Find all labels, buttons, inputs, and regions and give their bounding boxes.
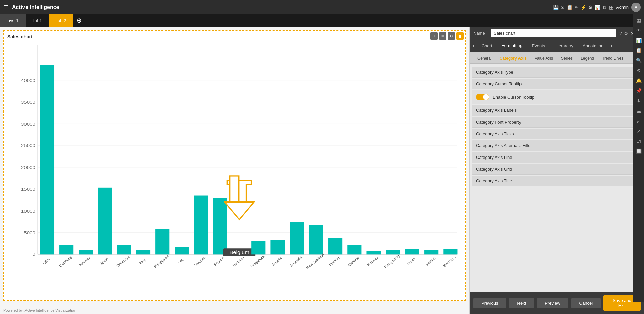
bar-canada[interactable] (347, 245, 361, 254)
name-input[interactable] (491, 29, 616, 37)
copy-icon[interactable]: 📋 (567, 5, 573, 10)
chart-title: Sales chart (7, 34, 462, 39)
rt-icon-1[interactable]: ▦ (635, 16, 643, 24)
bar-australia[interactable] (290, 222, 304, 254)
tab-next-arrow[interactable]: › (608, 40, 615, 52)
edit-icon[interactable]: ✏ (575, 5, 579, 10)
subtab-value-axis[interactable]: Value Axis (531, 54, 557, 63)
filter-icon[interactable]: ⚡ (581, 5, 586, 10)
svg-text:Finland: Finland (328, 256, 341, 267)
chart-edit-btn[interactable]: ✏ (439, 32, 446, 40)
bar-spain[interactable] (98, 188, 112, 255)
help-icon[interactable]: ? (619, 31, 622, 36)
bar-newzealand[interactable] (309, 225, 323, 254)
monitor-icon[interactable]: 🖥 (602, 5, 607, 10)
section-category-axis-line[interactable]: Category Axis Line ▲ (472, 152, 642, 163)
rt-icon-8[interactable]: 📌 (635, 87, 643, 95)
bar-japan[interactable] (405, 249, 419, 254)
rt-icon-13[interactable]: 🗂 (635, 137, 643, 145)
tab-tab1[interactable]: Tab1 (26, 14, 49, 27)
bar-hongkong[interactable] (386, 250, 400, 255)
svg-text:Denmark: Denmark (116, 255, 131, 268)
rt-icon-6[interactable]: ⚙ (635, 66, 643, 75)
toggle-knob (483, 94, 489, 100)
bar-denmark[interactable] (117, 245, 131, 254)
rt-icon-9[interactable]: ⬇ (635, 97, 643, 105)
svg-text:Canada: Canada (347, 256, 360, 267)
bar-austria[interactable] (270, 240, 285, 254)
bar-france[interactable] (213, 198, 227, 255)
table-icon[interactable]: 📊 (595, 5, 600, 10)
settings-icon[interactable]: ⚙ (624, 31, 628, 36)
section-category-axis-ticks[interactable]: Category Axis Ticks ▲ (472, 129, 642, 139)
add-tab-button[interactable]: ⊕ (73, 17, 85, 24)
section-expanded-cursor-tooltip: Enable Cursor Tooltip (472, 90, 642, 104)
svg-text:Belgium: Belgium (232, 256, 245, 267)
previous-button[interactable]: Previous (473, 298, 506, 308)
svg-text:Australia: Australia (289, 255, 303, 267)
section-category-axis-labels[interactable]: Category Axis Labels ▲ (472, 105, 642, 116)
section-category-font-property[interactable]: Category Font Property ▲ (472, 117, 642, 128)
rt-icon-4[interactable]: 📋 (635, 46, 643, 54)
rt-icon-12[interactable]: ↗ (635, 127, 643, 135)
rt-icon-3[interactable]: 📊 (635, 36, 643, 44)
chart-menu-btn[interactable]: ▮ (456, 32, 464, 40)
rt-icon-5[interactable]: 🔍 (635, 56, 643, 64)
section-category-axis-grid[interactable]: Category Axis Grid ▲ (472, 164, 642, 175)
subtab-legend[interactable]: Legend (577, 54, 598, 63)
bar-germany[interactable] (59, 245, 73, 254)
tab-hierarchy[interactable]: Hierarchy (550, 41, 578, 51)
sub-tabs: General Category Axis Value Axis Series … (470, 52, 644, 64)
bar-ireland[interactable] (424, 250, 438, 255)
chart-container: Sales chart ✛ ✏ ⚙ ▮ 0 5000 1 (3, 30, 466, 301)
preview-button[interactable]: Preview (537, 298, 568, 308)
hamburger-icon[interactable]: ☰ (3, 4, 9, 11)
svg-rect-31 (230, 176, 239, 202)
grid-icon[interactable]: ▦ (609, 5, 613, 10)
svg-text:40000: 40000 (21, 78, 35, 83)
header-left: ☰ Active Intelligence (3, 4, 59, 11)
bar-norway[interactable] (79, 250, 93, 254)
tab-events[interactable]: Events (527, 41, 550, 51)
subtab-series[interactable]: Series (557, 54, 577, 63)
section-category-axis-alternate-fills[interactable]: Category Axis Alternate Fills ▲ (472, 140, 642, 151)
main-area: Sales chart ✛ ✏ ⚙ ▮ 0 5000 1 (0, 27, 644, 314)
bar-finland[interactable] (328, 238, 342, 254)
tab-annotation[interactable]: Annotation (578, 41, 608, 51)
rt-icon-11[interactable]: 🖊 (635, 117, 643, 125)
bar-norway2[interactable] (366, 251, 381, 254)
rt-icon-14[interactable]: 🔲 (635, 147, 643, 155)
svg-text:Norway: Norway (78, 256, 91, 267)
email-icon[interactable]: ✉ (561, 5, 565, 10)
enable-cursor-tooltip-toggle[interactable] (476, 94, 489, 100)
bar-italy[interactable] (136, 250, 150, 255)
tab-tab2[interactable]: Tab 2 (49, 14, 73, 27)
properties-panel: Name ? ⚙ ✕ ▦ ‹ Chart Formatting Events H… (469, 27, 644, 314)
rt-icon-2[interactable]: 👁 (635, 26, 643, 34)
tab-formatting[interactable]: Formatting (497, 40, 527, 51)
bar-uk[interactable] (175, 247, 189, 254)
chart-move-btn[interactable]: ✛ (430, 32, 438, 40)
rt-icon-7[interactable]: 🔔 (635, 77, 643, 85)
bar-singapore[interactable] (251, 241, 265, 255)
next-button[interactable]: Next (509, 298, 534, 308)
section-category-axis-type[interactable]: Category Axis Type ▲ (472, 67, 642, 78)
gear-icon[interactable]: ⚙ (588, 5, 593, 10)
tab-layer1[interactable]: layer1 (0, 14, 26, 27)
cancel-button[interactable]: Cancel (571, 298, 601, 308)
bar-switzerland[interactable] (443, 249, 457, 254)
section-category-cursor-tooltip[interactable]: Category Cursor Tooltip ▼ (472, 79, 642, 89)
chart-settings-btn[interactable]: ⚙ (448, 32, 455, 40)
subtab-category-axis[interactable]: Category Axis (496, 54, 531, 63)
rt-icon-10[interactable]: ☁ (635, 107, 643, 115)
tab-prev-arrow[interactable]: ‹ (470, 40, 477, 52)
bar-philippines[interactable] (155, 229, 169, 254)
save-icon[interactable]: 💾 (553, 5, 559, 10)
bar-sweden[interactable] (194, 196, 208, 255)
bar-usa[interactable] (40, 65, 54, 254)
subtab-general[interactable]: General (473, 54, 496, 63)
tab-chart[interactable]: Chart (477, 41, 497, 51)
subtab-trend-lines[interactable]: Trend Lines (598, 54, 627, 63)
section-category-axis-title[interactable]: Category Axis Title ▲ (472, 176, 642, 186)
svg-text:Hong Kong: Hong Kong (383, 254, 401, 269)
